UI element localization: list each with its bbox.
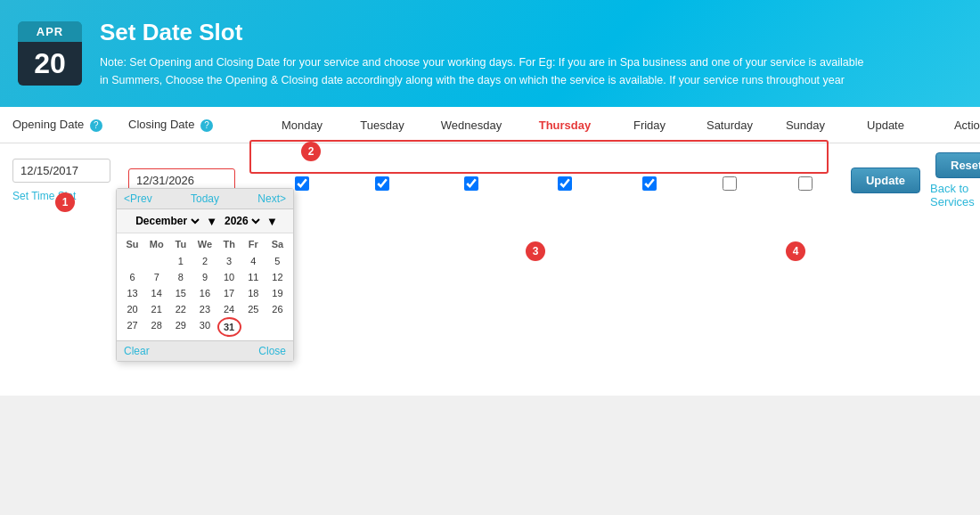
closing-date-help-icon[interactable]: ?	[200, 119, 213, 132]
badge-4: 4	[786, 241, 805, 261]
cal-day-26[interactable]: 26	[265, 301, 290, 317]
cal-day-12[interactable]: 12	[265, 269, 290, 285]
cal-day-7[interactable]: 7	[144, 269, 168, 285]
sunday-cell	[770, 171, 841, 191]
calendar-week-3: 13 14 15 16 17 18 19	[120, 285, 290, 301]
tuesday-cell	[342, 171, 422, 191]
update-button[interactable]: Update	[851, 168, 920, 193]
wednesday-checkbox[interactable]	[464, 176, 478, 191]
thursday-checkbox[interactable]	[558, 176, 572, 191]
wednesday-cell	[422, 171, 520, 191]
opening-date-help-icon[interactable]: ?	[90, 119, 102, 132]
cal-day-25[interactable]: 25	[241, 301, 265, 317]
cal-day-18[interactable]: 18	[241, 285, 265, 301]
cal-day-8[interactable]: 8	[168, 269, 192, 285]
friday-checkbox[interactable]	[642, 176, 657, 191]
cal-day-24[interactable]: 24	[217, 301, 241, 317]
cal-day-27[interactable]: 27	[120, 317, 144, 337]
data-row: 1 2 3 4 Set Time Slot	[0, 143, 980, 217]
cal-day-3[interactable]: 3	[217, 253, 241, 269]
col-action: Action	[930, 119, 980, 132]
saturday-checkbox[interactable]	[723, 176, 737, 191]
opening-date-input[interactable]	[12, 159, 110, 183]
thursday-cell	[520, 171, 609, 191]
cal-day-15[interactable]: 15	[168, 285, 192, 301]
cal-day-1[interactable]: 1	[168, 253, 192, 269]
cal-today-link[interactable]: Today	[191, 192, 219, 205]
cal-year-arrow: ▼	[266, 215, 278, 228]
cal-day-11[interactable]: 11	[241, 269, 265, 285]
col-wednesday: Wednesday	[422, 119, 520, 132]
calendar-footer: Clear Close	[117, 340, 293, 361]
tuesday-checkbox[interactable]	[375, 176, 389, 191]
dow-fr: Fr	[241, 237, 265, 251]
col-sunday: Sunday	[770, 119, 841, 132]
cal-day-empty	[120, 253, 144, 269]
cal-day-22[interactable]: 22	[168, 301, 192, 317]
update-cell: Update	[841, 168, 930, 193]
col-update: Update	[841, 119, 930, 132]
dow-sa: Sa	[265, 237, 290, 251]
cal-prev-link[interactable]: <Prev	[124, 192, 152, 205]
monday-checkbox[interactable]	[295, 176, 309, 191]
back-to-services-link[interactable]: Back to Services	[930, 182, 980, 208]
dow-th: Th	[217, 237, 241, 251]
cal-year-select[interactable]: 2026	[221, 214, 263, 228]
cal-day-21[interactable]: 21	[144, 301, 168, 317]
dow-su: Su	[120, 237, 144, 251]
calendar-week-2: 6 7 8 9 10 11 12	[120, 269, 290, 285]
page-title: Set Date Slot	[100, 19, 866, 46]
badge-3: 3	[526, 241, 545, 261]
cal-day-4[interactable]: 4	[241, 253, 265, 269]
calendar-week-1: 1 2 3 4 5	[120, 253, 290, 269]
col-monday: Monday	[262, 119, 342, 132]
header-description: Note: Set Opening and Closing Date for y…	[100, 53, 866, 89]
cal-day-5[interactable]: 5	[265, 253, 290, 269]
cal-next-link[interactable]: Next>	[257, 192, 286, 205]
badge-1: 1	[55, 192, 75, 212]
calendar-day: 20	[18, 42, 82, 86]
cal-day-empty	[265, 317, 290, 337]
main-content: Opening Date ? Closing Date ? Monday Tue…	[0, 107, 980, 396]
cal-day-6[interactable]: 6	[120, 269, 144, 285]
cal-day-23[interactable]: 23	[192, 301, 216, 317]
page-header: APR 20 Set Date Slot Note: Set Opening a…	[0, 0, 980, 107]
col-closing-date: Closing Date ?	[128, 118, 262, 132]
calendar-week-5: 27 28 29 30 31	[120, 317, 290, 337]
cal-day-empty	[144, 253, 168, 269]
cal-day-empty	[241, 317, 265, 337]
dow-tu: Tu	[168, 237, 192, 251]
cal-day-14[interactable]: 14	[144, 285, 168, 301]
col-opening-date: Opening Date ?	[12, 118, 128, 132]
col-saturday: Saturday	[690, 119, 770, 132]
badge-2: 2	[301, 142, 321, 161]
col-tuesday: Tuesday	[342, 119, 422, 132]
calendar-dow-row: Su Mo Tu We Th Fr Sa	[120, 237, 290, 251]
cal-month-arrow: ▼	[206, 215, 217, 228]
cal-day-10[interactable]: 10	[217, 269, 241, 285]
sunday-checkbox[interactable]	[798, 176, 813, 191]
header-text: Set Date Slot Note: Set Opening and Clos…	[100, 19, 866, 89]
calendar-week-4: 20 21 22 23 24 25 26	[120, 301, 290, 317]
calendar-nav: <Prev Today Next>	[117, 189, 293, 209]
cal-day-28[interactable]: 28	[144, 317, 168, 337]
cal-day-9[interactable]: 9	[192, 269, 216, 285]
calendar-month: APR	[18, 21, 82, 42]
cal-day-16[interactable]: 16	[192, 285, 216, 301]
calendar-grid: Su Mo Tu We Th Fr Sa 1 2 3 4 5	[117, 233, 293, 340]
cal-day-13[interactable]: 13	[120, 285, 144, 301]
dow-mo: Mo	[144, 237, 168, 251]
cal-close-link[interactable]: Close	[258, 345, 286, 357]
cal-day-30[interactable]: 30	[192, 317, 216, 337]
cal-day-31[interactable]: 31	[217, 317, 241, 337]
cal-day-29[interactable]: 29	[168, 317, 192, 337]
cal-month-select[interactable]: December	[132, 214, 202, 228]
cal-day-20[interactable]: 20	[120, 301, 144, 317]
reset-button[interactable]: Reset	[935, 152, 980, 178]
cal-clear-link[interactable]: Clear	[124, 345, 150, 357]
col-thursday: Thursday	[520, 119, 609, 132]
cal-day-2[interactable]: 2	[192, 253, 216, 269]
cal-day-19[interactable]: 19	[265, 285, 290, 301]
calendar-icon: APR 20	[18, 21, 82, 86]
cal-day-17[interactable]: 17	[217, 285, 241, 301]
